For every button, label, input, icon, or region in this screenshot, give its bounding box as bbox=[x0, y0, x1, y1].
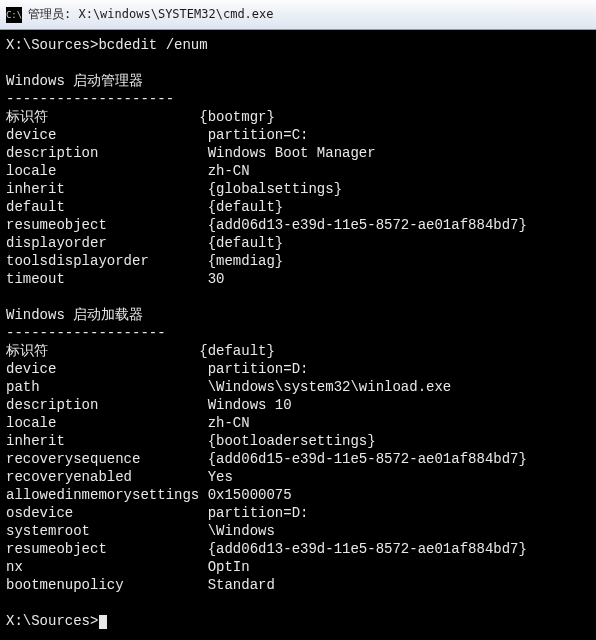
kv-row: inherit {bootloadersettings} bbox=[6, 433, 376, 449]
kv-row: nx OptIn bbox=[6, 559, 250, 575]
shell-command: bcdedit /enum bbox=[98, 37, 207, 53]
section-header-loader: Windows 启动加载器 bbox=[6, 307, 143, 323]
kv-row: allowedinmemorysettings 0x15000075 bbox=[6, 487, 292, 503]
section-divider: -------------------- bbox=[6, 91, 174, 107]
kv-row: 标识符 {bootmgr} bbox=[6, 109, 275, 125]
kv-row: locale zh-CN bbox=[6, 163, 250, 179]
kv-row: locale zh-CN bbox=[6, 415, 250, 431]
kv-row: path \Windows\system32\winload.exe bbox=[6, 379, 451, 395]
text-cursor bbox=[99, 615, 107, 629]
kv-row: bootmenupolicy Standard bbox=[6, 577, 275, 593]
kv-row: default {default} bbox=[6, 199, 283, 215]
kv-row: systemroot \Windows bbox=[6, 523, 275, 539]
window-titlebar[interactable]: C:\ 管理员: X:\windows\SYSTEM32\cmd.exe bbox=[0, 0, 596, 30]
kv-row: inherit {globalsettings} bbox=[6, 181, 342, 197]
kv-row: displayorder {default} bbox=[6, 235, 283, 251]
kv-row: recoveryenabled Yes bbox=[6, 469, 233, 485]
shell-prompt: X:\Sources> bbox=[6, 613, 98, 629]
kv-row: osdevice partition=D: bbox=[6, 505, 308, 521]
kv-row: resumeobject {add06d13-e39d-11e5-8572-ae… bbox=[6, 217, 527, 233]
section-header-bootmgr: Windows 启动管理器 bbox=[6, 73, 143, 89]
kv-row: toolsdisplayorder {memdiag} bbox=[6, 253, 283, 269]
section-divider: ------------------- bbox=[6, 325, 166, 341]
kv-row: timeout 30 bbox=[6, 271, 224, 287]
kv-row: 标识符 {default} bbox=[6, 343, 275, 359]
kv-row: description Windows 10 bbox=[6, 397, 292, 413]
shell-prompt: X:\Sources> bbox=[6, 37, 98, 53]
kv-row: description Windows Boot Manager bbox=[6, 145, 376, 161]
kv-row: device partition=C: bbox=[6, 127, 308, 143]
kv-row: recoverysequence {add06d15-e39d-11e5-857… bbox=[6, 451, 527, 467]
kv-row: device partition=D: bbox=[6, 361, 308, 377]
window-title: 管理员: X:\windows\SYSTEM32\cmd.exe bbox=[28, 6, 274, 23]
cmd-icon: C:\ bbox=[6, 7, 22, 23]
kv-row: resumeobject {add06d13-e39d-11e5-8572-ae… bbox=[6, 541, 527, 557]
terminal-output[interactable]: X:\Sources>bcdedit /enum Windows 启动管理器 -… bbox=[0, 30, 596, 640]
